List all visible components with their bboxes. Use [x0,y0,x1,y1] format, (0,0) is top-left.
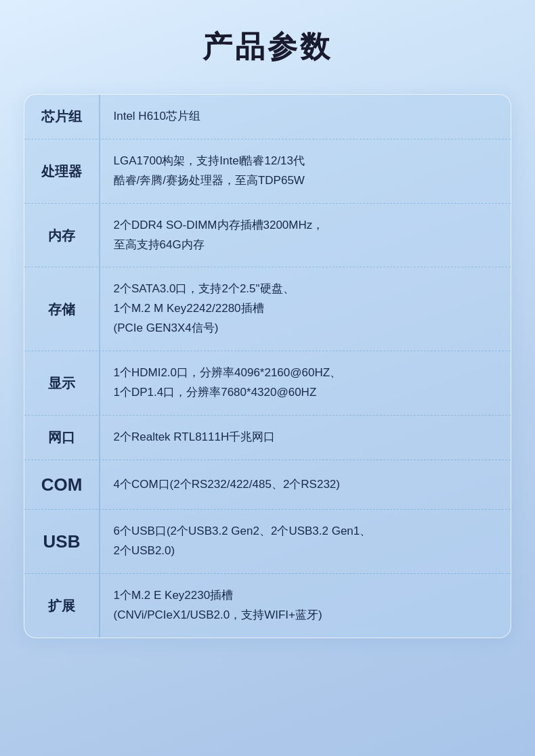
spec-row-cpu: 处理器LGA1700构架，支持Intel酷睿12/13代酷睿/奔腾/赛扬处理器，… [24,139,511,204]
spec-value-expansion: 1个M.2 E Key2230插槽(CNVi/PCIeX1/USB2.0，支持W… [100,574,511,638]
spec-value-memory: 2个DDR4 SO-DIMM内存插槽3200MHz，至高支持64G内存 [100,204,511,267]
spec-value-line: (PCIe GEN3X4信号) [114,319,295,338]
spec-value-cpu: LGA1700构架，支持Intel酷睿12/13代酷睿/奔腾/赛扬处理器，至高T… [100,139,511,203]
spec-value-line: 2个SATA3.0口，支持2个2.5"硬盘、 [114,280,295,299]
spec-row-chipset: 芯片组Intel H610芯片组 [24,95,511,139]
spec-value-com: 4个COM口(2个RS232/422/485、2个RS232) [100,460,511,509]
spec-row-memory: 内存2个DDR4 SO-DIMM内存插槽3200MHz，至高支持64G内存 [24,204,511,268]
spec-value-line: 酷睿/奔腾/赛扬处理器，至高TDP65W [114,171,305,191]
spec-row-network: 网口2个Realtek RTL8111H千兆网口 [24,416,511,460]
spec-value-line: (CNVi/PCIeX1/USB2.0，支持WIFI+蓝牙) [114,606,322,625]
spec-value-line: 1个DP1.4口，分辨率7680*4320@60HZ [114,383,342,403]
spec-label-storage: 存储 [24,267,99,351]
spec-label-cpu: 处理器 [24,139,99,203]
spec-row-usb: USB6个USB口(2个USB3.2 Gen2、2个USB3.2 Gen1、2个… [24,510,511,574]
spec-row-com: COM4个COM口(2个RS232/422/485、2个RS232) [24,460,511,510]
spec-value-line: 1个M.2 M Key2242/2280插槽 [114,299,295,319]
spec-value-line: 2个USB2.0) [114,541,372,561]
spec-value-line: 1个HDMI2.0口，分辨率4096*2160@60HZ、 [114,363,342,383]
spec-row-storage: 存储2个SATA3.0口，支持2个2.5"硬盘、1个M.2 M Key2242/… [24,267,511,351]
spec-value-chipset: Intel H610芯片组 [100,95,511,139]
spec-value-display: 1个HDMI2.0口，分辨率4096*2160@60HZ、1个DP1.4口，分辨… [100,351,511,415]
spec-label-chipset: 芯片组 [24,95,99,139]
spec-value-line: 至高支持64G内存 [114,236,324,255]
specs-card: 芯片组Intel H610芯片组处理器LGA1700构架，支持Intel酷睿12… [24,94,511,638]
page-title: 产品参数 [202,27,333,67]
spec-value-line: 6个USB口(2个USB3.2 Gen2、2个USB3.2 Gen1、 [114,522,372,541]
spec-label-network: 网口 [24,416,99,460]
spec-value-line: LGA1700构架，支持Intel酷睿12/13代 [114,152,305,171]
spec-value-line: 2个DDR4 SO-DIMM内存插槽3200MHz， [114,216,324,236]
spec-value-storage: 2个SATA3.0口，支持2个2.5"硬盘、1个M.2 M Key2242/22… [100,267,511,351]
spec-value-network: 2个Realtek RTL8111H千兆网口 [100,416,511,460]
spec-row-expansion: 扩展1个M.2 E Key2230插槽(CNVi/PCIeX1/USB2.0，支… [24,574,511,638]
spec-label-com: COM [24,460,99,509]
spec-label-memory: 内存 [24,204,99,267]
spec-label-usb: USB [24,510,99,573]
spec-label-display: 显示 [24,351,99,415]
spec-label-expansion: 扩展 [24,574,99,638]
spec-value-usb: 6个USB口(2个USB3.2 Gen2、2个USB3.2 Gen1、2个USB… [100,510,511,573]
spec-value-line: 1个M.2 E Key2230插槽 [114,586,322,606]
spec-row-display: 显示1个HDMI2.0口，分辨率4096*2160@60HZ、1个DP1.4口，… [24,351,511,416]
